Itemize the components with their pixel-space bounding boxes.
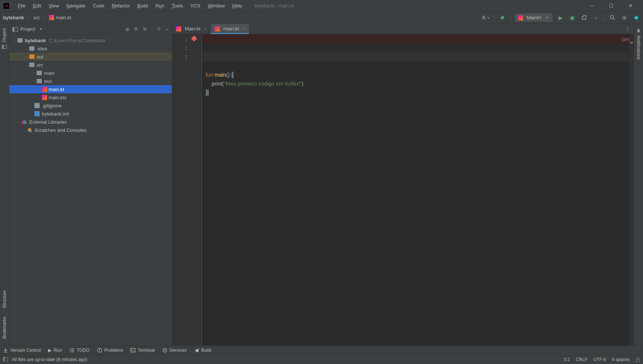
- expander-icon[interactable]: ⌄: [24, 63, 29, 67]
- editor-body[interactable]: 1 2 3 fun main() { print("Meu primeiro c…: [172, 34, 634, 345]
- menu-run[interactable]: Run: [152, 1, 168, 10]
- structure-tool-tab[interactable]: Structure: [0, 287, 9, 311]
- tree-folder-test[interactable]: › test: [9, 77, 172, 85]
- warning-marker[interactable]: [630, 42, 633, 43]
- fold-gutter[interactable]: [197, 34, 202, 345]
- file-encoding[interactable]: UTF-8: [593, 357, 606, 362]
- menu-view[interactable]: View: [45, 1, 63, 10]
- tree-root[interactable]: ⌄ bytebank C:\Users\SamyC\bytebank: [9, 36, 172, 44]
- kotlin-script-icon: [42, 95, 47, 100]
- add-user-icon[interactable]: ▾: [482, 14, 489, 21]
- chevron-right-icon: 〉: [26, 14, 31, 21]
- settings-icon[interactable]: [621, 14, 628, 21]
- run-coverage-button[interactable]: [580, 14, 588, 21]
- project-tool-tab[interactable]: Project: [0, 25, 9, 52]
- svg-rect-10: [24, 120, 25, 124]
- line-number-gutter: 1 2 3: [172, 34, 191, 345]
- kotlin-file-icon: [214, 26, 220, 31]
- menu-code[interactable]: Code: [89, 1, 108, 10]
- select-opened-file-icon[interactable]: ⊕: [125, 26, 130, 32]
- breakpoint-icon[interactable]: [191, 36, 197, 42]
- indent-info[interactable]: 4 spaces: [612, 357, 630, 362]
- menu-tools[interactable]: Tools: [168, 1, 187, 10]
- more-tabs-icon[interactable]: ⋮: [622, 26, 634, 31]
- chevron-right-icon: 〉: [42, 14, 47, 21]
- expander-icon[interactable]: ›: [24, 55, 29, 59]
- close-button[interactable]: ✕: [624, 1, 637, 10]
- svg-point-1: [571, 17, 574, 20]
- run-config-selector[interactable]: MainKt ▼: [515, 14, 552, 21]
- bookmarks-tool-tab[interactable]: Bookmarks: [0, 314, 9, 342]
- close-tab-icon[interactable]: ×: [204, 26, 207, 31]
- search-icon[interactable]: [609, 14, 616, 21]
- stop-button[interactable]: ■: [592, 14, 600, 21]
- project-panel-header: Project ▼ ⊕ | ─: [9, 24, 172, 35]
- menu-vcs[interactable]: VCS: [187, 1, 204, 10]
- todo-tool-button[interactable]: TODO: [69, 348, 89, 353]
- project-panel-title[interactable]: Project ▼: [12, 26, 43, 32]
- crumb-project[interactable]: bytebank: [3, 15, 24, 20]
- run-tool-button[interactable]: ▶Run: [48, 348, 62, 353]
- folder-icon: [37, 71, 42, 75]
- project-tree[interactable]: ⌄ bytebank C:\Users\SamyC\bytebank › .id…: [9, 35, 172, 345]
- jetbrains-toolbox-icon[interactable]: [633, 14, 640, 21]
- expander-icon[interactable]: ›: [17, 120, 22, 124]
- menu-window[interactable]: Window: [204, 1, 229, 10]
- editor-area: Main.kt × main.kt × ⋮ 1 2 3: [172, 24, 634, 345]
- hide-panel-icon[interactable]: ─: [165, 26, 169, 32]
- expand-all-icon[interactable]: [133, 26, 139, 32]
- vcs-tool-button[interactable]: Version Control: [3, 348, 41, 353]
- status-message: All files are up-to-date (8 minutes ago): [12, 357, 87, 362]
- menu-refactor[interactable]: Refactor: [108, 1, 134, 10]
- tree-file-main-kts[interactable]: · main.kts: [9, 93, 172, 101]
- breakpoint-gutter[interactable]: [191, 34, 197, 345]
- main-menu: FFileile Edit View Navigate Code Refacto…: [14, 1, 246, 10]
- tree-folder-main[interactable]: › main: [9, 69, 172, 77]
- module-icon: [17, 38, 23, 43]
- tree-file-gitignore[interactable]: · .gitignore: [9, 101, 172, 110]
- breakpoint-line-highlight: [202, 35, 634, 44]
- editor-tab-main-kt-2[interactable]: main.kt ×: [211, 24, 249, 34]
- crumb-file[interactable]: main.kt: [49, 15, 71, 20]
- tree-folder-idea[interactable]: › .idea: [9, 44, 172, 53]
- caret-position[interactable]: 3:2: [564, 357, 570, 362]
- build-hammer-icon[interactable]: [499, 14, 506, 21]
- debug-button[interactable]: [569, 14, 576, 21]
- svg-point-8: [158, 28, 160, 30]
- line-separator[interactable]: CRLF: [576, 357, 587, 362]
- editor-tab-main-kt-1[interactable]: Main.kt ×: [172, 24, 211, 34]
- collapse-all-icon[interactable]: [142, 26, 147, 32]
- kotlin-file-icon: [42, 87, 47, 92]
- maximize-button[interactable]: ☐: [604, 1, 618, 10]
- menu-build[interactable]: Build: [134, 1, 152, 10]
- expander-icon[interactable]: ⌄: [12, 39, 17, 43]
- problems-tool-button[interactable]: Problems: [97, 348, 123, 353]
- code-editor[interactable]: fun main() { print("Meu primeiro código …: [202, 34, 634, 345]
- menu-help[interactable]: Help: [229, 1, 246, 10]
- tree-file-iml[interactable]: · bytebank.iml: [9, 110, 172, 118]
- tree-scratches[interactable]: · Scratches and Consoles: [9, 126, 172, 134]
- menu-edit[interactable]: Edit: [29, 1, 45, 10]
- expander-icon[interactable]: ›: [31, 79, 37, 83]
- expander-icon[interactable]: ›: [24, 47, 29, 51]
- services-tool-button[interactable]: Services: [162, 348, 187, 353]
- menu-file[interactable]: FFileile: [14, 1, 29, 10]
- tree-external-libraries[interactable]: › External Libraries: [9, 118, 172, 126]
- terminal-tool-button[interactable]: Terminal: [130, 348, 154, 353]
- left-tool-stripe: Project Structure Bookmarks: [0, 24, 9, 345]
- panel-settings-icon[interactable]: [156, 26, 161, 32]
- crumb-src[interactable]: src: [33, 15, 40, 20]
- run-button[interactable]: ▶: [557, 14, 564, 21]
- menu-navigate[interactable]: Navigate: [63, 1, 89, 10]
- tree-file-main-kt[interactable]: · main.kt: [9, 85, 172, 93]
- expander-icon[interactable]: ›: [31, 71, 37, 75]
- tree-folder-out[interactable]: › out: [9, 53, 172, 61]
- minimize-button[interactable]: ─: [585, 1, 599, 10]
- close-tab-icon[interactable]: ×: [243, 26, 245, 31]
- status-tool-windows-icon[interactable]: [3, 357, 8, 362]
- readonly-lock-icon[interactable]: [636, 357, 640, 362]
- tree-folder-src[interactable]: ⌄ src: [9, 61, 172, 69]
- inspection-widget[interactable]: OFF: [621, 36, 630, 44]
- build-tool-button[interactable]: Build: [194, 348, 211, 353]
- svg-rect-7: [13, 27, 14, 31]
